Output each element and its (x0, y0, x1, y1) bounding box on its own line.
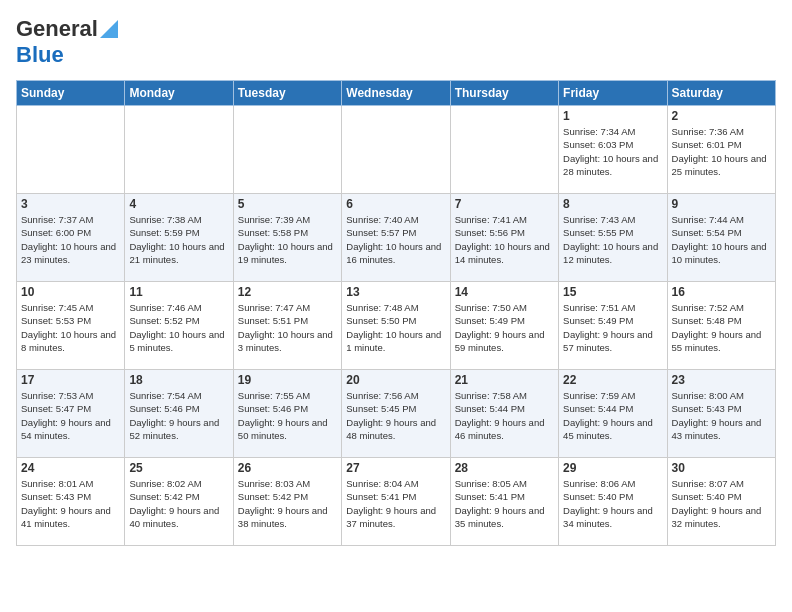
cell-content: Sunrise: 8:05 AM Sunset: 5:41 PM Dayligh… (455, 477, 554, 530)
day-number: 21 (455, 373, 554, 387)
cell-content: Sunrise: 7:51 AM Sunset: 5:49 PM Dayligh… (563, 301, 662, 354)
calendar-cell: 24Sunrise: 8:01 AM Sunset: 5:43 PM Dayli… (17, 458, 125, 546)
calendar-cell: 12Sunrise: 7:47 AM Sunset: 5:51 PM Dayli… (233, 282, 341, 370)
day-number: 5 (238, 197, 337, 211)
cell-content: Sunrise: 7:53 AM Sunset: 5:47 PM Dayligh… (21, 389, 120, 442)
cell-content: Sunrise: 7:55 AM Sunset: 5:46 PM Dayligh… (238, 389, 337, 442)
cell-content: Sunrise: 7:34 AM Sunset: 6:03 PM Dayligh… (563, 125, 662, 178)
calendar-cell: 20Sunrise: 7:56 AM Sunset: 5:45 PM Dayli… (342, 370, 450, 458)
cell-content: Sunrise: 7:58 AM Sunset: 5:44 PM Dayligh… (455, 389, 554, 442)
calendar-cell: 1Sunrise: 7:34 AM Sunset: 6:03 PM Daylig… (559, 106, 667, 194)
day-number: 14 (455, 285, 554, 299)
cell-content: Sunrise: 8:02 AM Sunset: 5:42 PM Dayligh… (129, 477, 228, 530)
day-number: 7 (455, 197, 554, 211)
calendar: SundayMondayTuesdayWednesdayThursdayFrid… (16, 80, 776, 546)
cell-content: Sunrise: 7:48 AM Sunset: 5:50 PM Dayligh… (346, 301, 445, 354)
cell-content: Sunrise: 7:59 AM Sunset: 5:44 PM Dayligh… (563, 389, 662, 442)
day-number: 13 (346, 285, 445, 299)
cell-content: Sunrise: 7:50 AM Sunset: 5:49 PM Dayligh… (455, 301, 554, 354)
calendar-cell (17, 106, 125, 194)
calendar-header-row: SundayMondayTuesdayWednesdayThursdayFrid… (17, 81, 776, 106)
calendar-cell: 14Sunrise: 7:50 AM Sunset: 5:49 PM Dayli… (450, 282, 558, 370)
calendar-cell: 19Sunrise: 7:55 AM Sunset: 5:46 PM Dayli… (233, 370, 341, 458)
calendar-cell: 10Sunrise: 7:45 AM Sunset: 5:53 PM Dayli… (17, 282, 125, 370)
cell-content: Sunrise: 7:45 AM Sunset: 5:53 PM Dayligh… (21, 301, 120, 354)
day-number: 2 (672, 109, 771, 123)
day-number: 18 (129, 373, 228, 387)
day-number: 27 (346, 461, 445, 475)
day-number: 16 (672, 285, 771, 299)
day-number: 11 (129, 285, 228, 299)
cell-content: Sunrise: 8:07 AM Sunset: 5:40 PM Dayligh… (672, 477, 771, 530)
cell-content: Sunrise: 8:03 AM Sunset: 5:42 PM Dayligh… (238, 477, 337, 530)
calendar-cell: 27Sunrise: 8:04 AM Sunset: 5:41 PM Dayli… (342, 458, 450, 546)
calendar-cell: 23Sunrise: 8:00 AM Sunset: 5:43 PM Dayli… (667, 370, 775, 458)
calendar-cell: 25Sunrise: 8:02 AM Sunset: 5:42 PM Dayli… (125, 458, 233, 546)
calendar-cell: 5Sunrise: 7:39 AM Sunset: 5:58 PM Daylig… (233, 194, 341, 282)
calendar-cell: 26Sunrise: 8:03 AM Sunset: 5:42 PM Dayli… (233, 458, 341, 546)
weekday-header: Wednesday (342, 81, 450, 106)
cell-content: Sunrise: 7:52 AM Sunset: 5:48 PM Dayligh… (672, 301, 771, 354)
calendar-cell: 2Sunrise: 7:36 AM Sunset: 6:01 PM Daylig… (667, 106, 775, 194)
day-number: 6 (346, 197, 445, 211)
logo-blue-text: Blue (16, 42, 64, 68)
calendar-cell: 16Sunrise: 7:52 AM Sunset: 5:48 PM Dayli… (667, 282, 775, 370)
cell-content: Sunrise: 7:39 AM Sunset: 5:58 PM Dayligh… (238, 213, 337, 266)
calendar-week-row: 17Sunrise: 7:53 AM Sunset: 5:47 PM Dayli… (17, 370, 776, 458)
calendar-cell: 7Sunrise: 7:41 AM Sunset: 5:56 PM Daylig… (450, 194, 558, 282)
calendar-cell: 15Sunrise: 7:51 AM Sunset: 5:49 PM Dayli… (559, 282, 667, 370)
cell-content: Sunrise: 7:56 AM Sunset: 5:45 PM Dayligh… (346, 389, 445, 442)
cell-content: Sunrise: 8:01 AM Sunset: 5:43 PM Dayligh… (21, 477, 120, 530)
day-number: 25 (129, 461, 228, 475)
day-number: 29 (563, 461, 662, 475)
day-number: 23 (672, 373, 771, 387)
calendar-week-row: 3Sunrise: 7:37 AM Sunset: 6:00 PM Daylig… (17, 194, 776, 282)
cell-content: Sunrise: 7:54 AM Sunset: 5:46 PM Dayligh… (129, 389, 228, 442)
weekday-header: Sunday (17, 81, 125, 106)
weekday-header: Saturday (667, 81, 775, 106)
calendar-cell: 6Sunrise: 7:40 AM Sunset: 5:57 PM Daylig… (342, 194, 450, 282)
calendar-cell (233, 106, 341, 194)
calendar-cell: 9Sunrise: 7:44 AM Sunset: 5:54 PM Daylig… (667, 194, 775, 282)
cell-content: Sunrise: 7:41 AM Sunset: 5:56 PM Dayligh… (455, 213, 554, 266)
cell-content: Sunrise: 7:37 AM Sunset: 6:00 PM Dayligh… (21, 213, 120, 266)
day-number: 8 (563, 197, 662, 211)
day-number: 4 (129, 197, 228, 211)
day-number: 26 (238, 461, 337, 475)
day-number: 3 (21, 197, 120, 211)
weekday-header: Friday (559, 81, 667, 106)
cell-content: Sunrise: 8:06 AM Sunset: 5:40 PM Dayligh… (563, 477, 662, 530)
weekday-header: Monday (125, 81, 233, 106)
calendar-cell: 18Sunrise: 7:54 AM Sunset: 5:46 PM Dayli… (125, 370, 233, 458)
calendar-cell: 17Sunrise: 7:53 AM Sunset: 5:47 PM Dayli… (17, 370, 125, 458)
weekday-header: Thursday (450, 81, 558, 106)
calendar-cell (125, 106, 233, 194)
day-number: 9 (672, 197, 771, 211)
calendar-cell: 3Sunrise: 7:37 AM Sunset: 6:00 PM Daylig… (17, 194, 125, 282)
weekday-header: Tuesday (233, 81, 341, 106)
day-number: 10 (21, 285, 120, 299)
page-header: General Blue (16, 16, 776, 68)
day-number: 22 (563, 373, 662, 387)
day-number: 24 (21, 461, 120, 475)
day-number: 12 (238, 285, 337, 299)
calendar-cell (342, 106, 450, 194)
cell-content: Sunrise: 7:38 AM Sunset: 5:59 PM Dayligh… (129, 213, 228, 266)
day-number: 28 (455, 461, 554, 475)
calendar-cell: 8Sunrise: 7:43 AM Sunset: 5:55 PM Daylig… (559, 194, 667, 282)
logo: General Blue (16, 16, 118, 68)
logo-general-text: General (16, 16, 98, 42)
day-number: 1 (563, 109, 662, 123)
cell-content: Sunrise: 7:44 AM Sunset: 5:54 PM Dayligh… (672, 213, 771, 266)
calendar-cell: 21Sunrise: 7:58 AM Sunset: 5:44 PM Dayli… (450, 370, 558, 458)
calendar-week-row: 1Sunrise: 7:34 AM Sunset: 6:03 PM Daylig… (17, 106, 776, 194)
day-number: 19 (238, 373, 337, 387)
calendar-cell: 4Sunrise: 7:38 AM Sunset: 5:59 PM Daylig… (125, 194, 233, 282)
calendar-cell: 11Sunrise: 7:46 AM Sunset: 5:52 PM Dayli… (125, 282, 233, 370)
calendar-cell: 29Sunrise: 8:06 AM Sunset: 5:40 PM Dayli… (559, 458, 667, 546)
calendar-cell (450, 106, 558, 194)
calendar-week-row: 24Sunrise: 8:01 AM Sunset: 5:43 PM Dayli… (17, 458, 776, 546)
calendar-cell: 13Sunrise: 7:48 AM Sunset: 5:50 PM Dayli… (342, 282, 450, 370)
calendar-week-row: 10Sunrise: 7:45 AM Sunset: 5:53 PM Dayli… (17, 282, 776, 370)
calendar-cell: 28Sunrise: 8:05 AM Sunset: 5:41 PM Dayli… (450, 458, 558, 546)
